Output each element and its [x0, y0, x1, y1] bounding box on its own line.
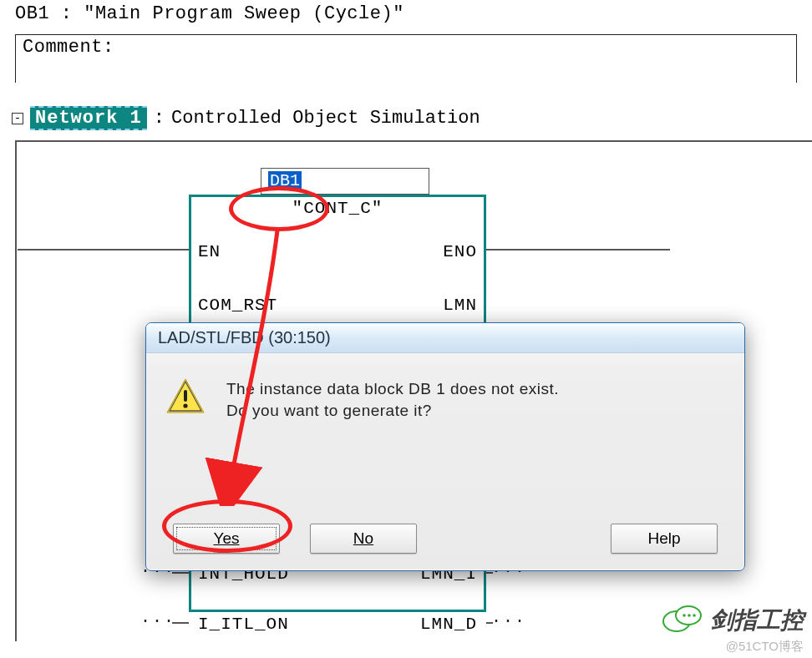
dialog-message-line2: Do you want to generate it?: [226, 400, 559, 422]
chat-bubble-icon: [662, 603, 703, 638]
no-button[interactable]: No: [310, 524, 417, 554]
help-button[interactable]: Help: [611, 524, 718, 554]
block-title-line: OB1 : "Main Program Sweep (Cycle)": [0, 0, 812, 34]
network-sep: :: [154, 108, 165, 129]
port-lmn-d: LMN_D: [420, 615, 477, 634]
svg-rect-2: [184, 390, 187, 402]
wire-stub-r2: [486, 622, 493, 624]
port-lmn: LMN: [443, 296, 477, 315]
watermark-logo: 剑指工控: [662, 603, 804, 638]
block-name: OB1: [15, 3, 49, 24]
port-iitlon: I_ITL_ON: [198, 615, 289, 634]
network-badge[interactable]: Network 1: [30, 106, 147, 130]
port-eno: ENO: [443, 242, 477, 261]
db-instance-value: DB1: [268, 171, 302, 190]
dialog-message: The instance data block DB 1 does not ex…: [226, 378, 559, 422]
wire-dots-l2: ...: [140, 608, 175, 627]
yes-button[interactable]: Yes: [173, 524, 280, 554]
port-en: EN: [198, 242, 221, 261]
sep: :: [49, 3, 84, 24]
wire-stub-l1: [172, 572, 189, 574]
dialog-body: The instance data block DB 1 does not ex…: [146, 353, 744, 430]
svg-point-9: [693, 614, 696, 617]
wire-dots-r2: ...: [491, 608, 526, 627]
comment-label: Comment:: [23, 37, 114, 58]
watermark-text: 剑指工控: [710, 605, 804, 636]
confirm-dialog: LAD/STL/FBD (30:150) The instance data b…: [145, 322, 745, 571]
network-collapse-toggle[interactable]: -: [12, 113, 23, 124]
fb-row-en: EN ENO: [191, 242, 484, 261]
port-comrst: COM_RST: [198, 296, 277, 315]
comment-box[interactable]: Comment:: [15, 34, 797, 83]
wire-stub-r1: [486, 572, 493, 574]
left-rail: [15, 142, 17, 641]
network-title: Controlled Object Simulation: [171, 108, 480, 129]
svg-point-7: [683, 614, 686, 617]
svg-point-8: [688, 614, 691, 617]
warning-icon: [166, 378, 205, 413]
fb-name: "CONT_C": [191, 197, 484, 218]
dialog-buttons: Yes No Help: [146, 524, 744, 554]
wire-eno: [486, 249, 670, 251]
fb-row-comrst: COM_RST LMN: [191, 296, 484, 315]
dialog-message-line1: The instance data block DB 1 does not ex…: [226, 378, 559, 400]
fb-row-iitlon: I_ITL_ON LMN_D: [191, 615, 484, 634]
wire-stub-l2: [172, 622, 189, 624]
network-header: - Network 1 : Controlled Object Simulati…: [0, 98, 812, 137]
watermark-credit: @51CTO博客: [726, 639, 804, 655]
block-title: "Main Program Sweep (Cycle)": [84, 3, 404, 24]
db-instance-input[interactable]: DB1: [261, 168, 429, 195]
wire-en: [18, 249, 189, 251]
dialog-title[interactable]: LAD/STL/FBD (30:150): [146, 323, 744, 353]
svg-point-3: [183, 403, 187, 407]
